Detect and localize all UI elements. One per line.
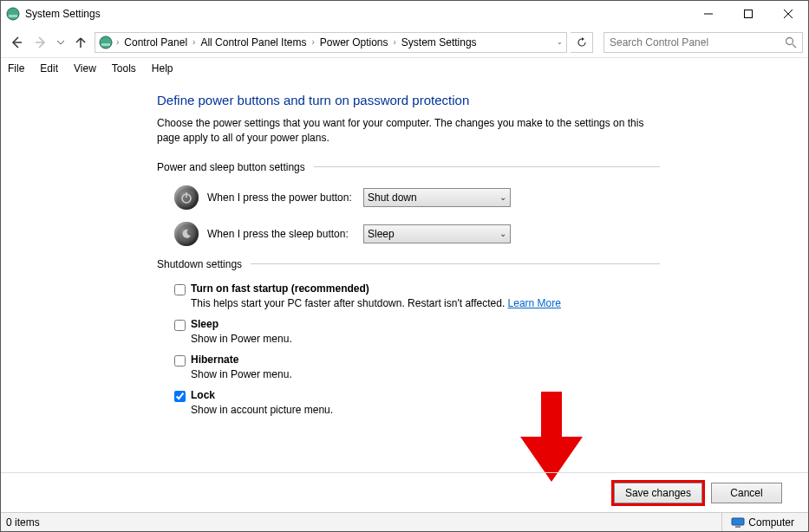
breadcrumb-item[interactable]: System Settings xyxy=(400,36,479,49)
breadcrumb-item[interactable]: Control Panel xyxy=(122,36,189,49)
status-computer[interactable]: Computer xyxy=(721,513,803,531)
power-button-select[interactable]: Shut down ⌄ xyxy=(363,188,511,207)
chevron-right-icon[interactable]: › xyxy=(192,37,195,47)
svg-point-0 xyxy=(7,8,19,20)
section-shutdown: Shutdown settings xyxy=(157,258,660,270)
lock-label: Lock xyxy=(191,389,215,401)
close-button[interactable] xyxy=(768,1,808,27)
chevron-right-icon[interactable]: › xyxy=(116,37,119,47)
select-value: Sleep xyxy=(368,228,395,240)
fast-startup-label: Turn on fast startup (recommended) xyxy=(191,282,369,295)
menu-edit[interactable]: Edit xyxy=(40,62,58,75)
lock-checkbox[interactable] xyxy=(174,391,186,402)
menu-tools[interactable]: Tools xyxy=(112,62,136,75)
menu-help[interactable]: Help xyxy=(152,62,173,75)
power-icon xyxy=(174,185,199,210)
sleep-checkbox[interactable] xyxy=(174,320,186,331)
power-button-label: When I press the power button: xyxy=(207,191,363,204)
back-button[interactable] xyxy=(6,32,27,53)
refresh-button[interactable] xyxy=(571,32,593,53)
svg-rect-3 xyxy=(745,10,753,18)
fast-startup-checkbox[interactable] xyxy=(174,284,186,295)
chevron-right-icon[interactable]: › xyxy=(394,37,396,47)
svg-point-10 xyxy=(786,37,793,44)
main-content: Define power buttons and turn on passwor… xyxy=(1,79,808,472)
computer-icon xyxy=(731,517,745,528)
sleep-button-label: When I press the sleep button: xyxy=(207,228,363,240)
svg-rect-15 xyxy=(735,526,740,528)
save-changes-button[interactable]: Save changes xyxy=(614,483,702,503)
cancel-button[interactable]: Cancel xyxy=(711,483,782,503)
chevron-down-icon: ⌄ xyxy=(499,192,506,202)
section-power-sleep: Power and sleep button settings xyxy=(157,161,660,173)
svg-rect-9 xyxy=(101,43,110,46)
sleep-button-select[interactable]: Sleep ⌄ xyxy=(363,224,511,243)
breadcrumb-item[interactable]: Power Options xyxy=(318,36,390,49)
hibernate-label: Hibernate xyxy=(191,354,238,366)
hibernate-checkbox[interactable] xyxy=(174,355,186,367)
chevron-down-icon: ⌄ xyxy=(499,229,506,238)
section-title: Shutdown settings xyxy=(157,258,242,270)
footer-buttons: Save changes Cancel xyxy=(1,472,808,512)
svg-point-8 xyxy=(100,36,112,49)
status-bar: 0 items Computer xyxy=(1,512,808,531)
sleep-desc: Show in Power menu. xyxy=(191,333,808,345)
page-heading: Define power buttons and turn on passwor… xyxy=(157,93,808,107)
title-bar: System Settings xyxy=(1,1,808,27)
navigation-bar: › Control Panel › All Control Panel Item… xyxy=(1,27,808,58)
breadcrumb-item[interactable]: All Control Panel Items xyxy=(199,36,308,49)
menu-file[interactable]: File xyxy=(8,62,24,75)
recent-locations-button[interactable] xyxy=(55,32,67,53)
forward-button[interactable] xyxy=(30,32,51,53)
window-title: System Settings xyxy=(25,8,688,20)
chevron-right-icon[interactable]: › xyxy=(311,37,314,47)
address-bar[interactable]: › Control Panel › All Control Panel Item… xyxy=(95,32,567,53)
sleep-label: Sleep xyxy=(191,318,219,330)
svg-rect-14 xyxy=(732,518,744,525)
sleep-button-row: When I press the sleep button: Sleep ⌄ xyxy=(174,222,808,246)
maximize-button[interactable] xyxy=(728,1,768,27)
lock-desc: Show in account picture menu. xyxy=(191,404,808,416)
page-description: Choose the power settings that you want … xyxy=(157,116,660,146)
chevron-down-icon[interactable]: ⌄ xyxy=(557,38,563,46)
svg-line-11 xyxy=(793,44,796,48)
sleep-icon xyxy=(174,222,199,246)
search-icon xyxy=(785,36,797,49)
power-options-icon xyxy=(99,36,113,49)
learn-more-link[interactable]: Learn More xyxy=(508,297,561,309)
up-button[interactable] xyxy=(70,32,91,53)
fast-startup-desc: This helps start your PC faster after sh… xyxy=(191,297,808,309)
menu-bar: File Edit View Tools Help xyxy=(1,58,808,79)
menu-view[interactable]: View xyxy=(74,62,96,75)
power-options-icon xyxy=(6,7,20,21)
minimize-button[interactable] xyxy=(688,1,728,27)
section-title: Power and sleep button settings xyxy=(157,161,305,173)
status-items: 0 items xyxy=(6,516,721,529)
hibernate-desc: Show in Power menu. xyxy=(191,368,808,380)
svg-rect-1 xyxy=(9,15,17,17)
power-button-row: When I press the power button: Shut down… xyxy=(174,185,808,210)
select-value: Shut down xyxy=(368,191,417,204)
search-box[interactable] xyxy=(603,32,803,53)
search-input[interactable] xyxy=(610,36,785,49)
